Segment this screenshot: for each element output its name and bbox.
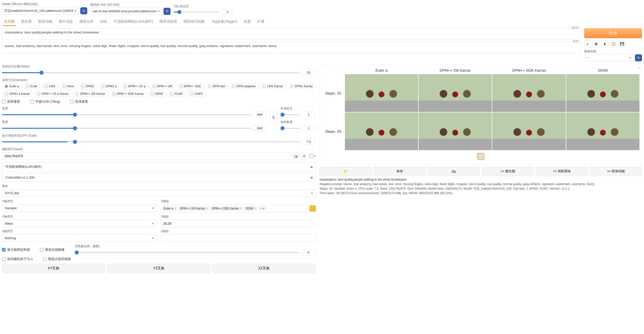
hires-check[interactable]: 高清修复 — [70, 99, 88, 104]
prompt-negative[interactable]: 0/75 lowres, bad anatomy, bad hands, tex… — [2, 42, 581, 53]
send-inpaint-button[interactable]: >> 局部重绘 — [536, 167, 588, 176]
cfg-value[interactable]: 7.5 — [302, 139, 316, 145]
sampler-dpm-2m-karras[interactable]: DPM++ 2M Karras — [73, 91, 108, 97]
sampler-dpm2-a[interactable]: DPM2 a — [98, 83, 119, 89]
save-button[interactable]: 💾 — [618, 40, 625, 47]
token-remove-icon[interactable]: × — [174, 207, 176, 210]
tiling-check[interactable]: 平铺/分块 (Tiling) — [30, 99, 60, 104]
sampler-euler[interactable]: Euler — [23, 83, 40, 89]
clipboard-button[interactable]: 📋 — [610, 40, 617, 47]
sampler-lms[interactable]: LMS — [42, 83, 58, 89]
x-token[interactable]: DDIM× — [244, 206, 258, 211]
trash-button[interactable]: 🗑 — [593, 40, 600, 47]
lora-accordion[interactable]: 可选附加网络(LoRA插件) ◀ — [2, 162, 316, 171]
sampler-dpm2[interactable]: DPM2 — [78, 83, 97, 89]
tab-lora[interactable]: 可选附加网络(LoRA插件) — [113, 18, 154, 26]
show-axis-check[interactable]: 显示轴类型和值 — [2, 244, 30, 255]
gallery-cell[interactable] — [419, 112, 492, 150]
swap-yz-button[interactable]: YZ互换 — [107, 264, 210, 273]
swap-wh-button[interactable]: ⇅ — [270, 110, 277, 124]
tab-extensions[interactable]: 扩展 — [256, 18, 265, 26]
tab-tagger[interactable]: Tag反推(Tagger) — [210, 18, 238, 26]
x-token[interactable]: DPM++ SDE Karras× — [210, 206, 243, 211]
clip-slider[interactable] — [174, 12, 219, 13]
batch-size-slider[interactable] — [280, 128, 300, 129]
sampler-euler-a[interactable]: Euler a — [2, 83, 22, 89]
controlnet-accordion[interactable]: ControlNet v1.1.200 ◀ — [2, 173, 316, 182]
tab-train[interactable]: 训练 — [99, 18, 108, 26]
tab-txt2img[interactable]: 文生图 — [3, 18, 16, 26]
sampler-heun[interactable]: Heun — [60, 83, 77, 89]
cfg-slider[interactable] — [2, 141, 300, 142]
keep-seed-check[interactable]: 保持随机种子为-1 — [2, 257, 33, 261]
tab-pnginfo[interactable]: 图片信息 — [58, 18, 74, 26]
gallery-cell[interactable] — [566, 74, 639, 112]
tab-settings[interactable]: 设置 — [243, 18, 252, 26]
arrow-button[interactable]: ↙ — [584, 40, 591, 47]
steps-value[interactable]: 20 — [302, 70, 316, 75]
zip-button[interactable]: Zip — [428, 167, 480, 176]
sampler-dpm-2m[interactable]: DPM++ 2M — [150, 83, 175, 89]
batch-size-value[interactable]: 1 — [302, 125, 316, 131]
batch-count-slider[interactable] — [280, 114, 300, 115]
sampler-dpm2-a-karras[interactable]: DPM2 a Karras — [2, 91, 33, 97]
gallery-cell[interactable] — [492, 74, 566, 112]
style-select[interactable]: ×▾ — [584, 54, 633, 61]
dice-button[interactable]: 🎲 — [292, 153, 299, 160]
send-extras-button[interactable]: >> 附加功能 — [590, 167, 642, 176]
width-slider[interactable] — [2, 114, 251, 115]
sampler-dpm-sde-karras[interactable]: DPM++ SDE Karras — [109, 91, 146, 97]
card-button[interactable]: ▮ — [601, 40, 608, 47]
batch-count-value[interactable]: 1 — [302, 112, 316, 117]
refresh-vae-button[interactable]: ↻ — [164, 8, 171, 15]
token-remove-icon[interactable]: × — [254, 207, 256, 210]
close-gallery-button[interactable]: × — [638, 66, 640, 70]
token-remove-icon[interactable]: × — [206, 207, 208, 210]
height-slider[interactable] — [2, 128, 251, 129]
gallery-cell[interactable] — [345, 112, 418, 150]
generate-button[interactable]: 生成 — [584, 28, 642, 38]
sampler-plms[interactable]: PLMS — [167, 91, 186, 97]
save-output-button[interactable]: 保存 — [374, 167, 426, 176]
clip-value[interactable]: 2 — [221, 9, 234, 15]
sampler-ddim[interactable]: DDIM — [148, 91, 166, 97]
vae-select[interactable]: vae-ft-mse-840000-ema-pruned.safetensors… — [90, 8, 162, 15]
gallery-thumb-selected[interactable] — [477, 153, 484, 160]
tab-browser[interactable]: 图库浏览器 — [158, 18, 178, 26]
recycle-button[interactable]: ♻ — [301, 153, 308, 160]
z-type-select[interactable]: Nothing▾ — [2, 234, 157, 242]
tab-convert[interactable]: 模型格式转换 — [183, 18, 206, 26]
swap-xy-button[interactable]: XY互换 — [2, 264, 105, 273]
margin-value[interactable]: 0 — [302, 249, 316, 255]
margin-slider[interactable] — [75, 252, 300, 253]
sampler-dpm-adaptive[interactable]: DPM adaptive — [229, 83, 258, 89]
height-value[interactable]: 640 — [253, 125, 267, 131]
gallery-cell[interactable] — [566, 112, 639, 150]
gallery-cell[interactable] — [492, 112, 566, 150]
refresh-style-button[interactable]: ↻ — [635, 54, 642, 61]
sampler-dpm-2s-a[interactable]: DPM++ 2S a — [121, 83, 148, 89]
face-restore-check[interactable]: 面部修复 — [2, 99, 20, 104]
x-token-clear[interactable]: × ▾ — [259, 206, 266, 211]
tab-merge[interactable]: 模型合并 — [78, 18, 95, 26]
sampler-dpm-2s-a-karras[interactable]: DPM++ 2S a Karras — [34, 91, 71, 97]
token-remove-icon[interactable]: × — [260, 207, 262, 210]
z-val-input[interactable] — [161, 234, 315, 242]
sampler-lms-karras[interactable]: LMS Karras — [260, 83, 286, 89]
tab-img2img[interactable]: 图生图 — [20, 18, 33, 26]
script-select[interactable]: X/Y/Z plot▾ — [2, 189, 316, 197]
refresh-ckpt-button[interactable]: ↻ — [80, 7, 87, 14]
subgrid-check[interactable]: 预览次级宫格图 — [43, 257, 71, 261]
y-type-select[interactable]: Steps▾ — [2, 220, 157, 227]
style-clear-icon[interactable]: × — [586, 56, 588, 60]
prompt-positive[interactable]: 14/75 masterpiece, best quality,people w… — [2, 28, 581, 40]
y-val-input[interactable] — [161, 220, 315, 227]
seed-extra-check[interactable]: ▾ — [309, 154, 316, 158]
sampler-unipc[interactable]: UniPC — [187, 91, 206, 97]
steps-slider[interactable] — [2, 72, 300, 73]
tab-extras[interactable]: 附加功能 — [37, 18, 53, 26]
x-type-select[interactable]: Sampler▾ — [2, 204, 157, 212]
open-folder-button[interactable]: 📁 — [320, 167, 372, 176]
gallery-cell[interactable] — [345, 74, 418, 112]
token-remove-icon[interactable]: × — [240, 207, 242, 210]
